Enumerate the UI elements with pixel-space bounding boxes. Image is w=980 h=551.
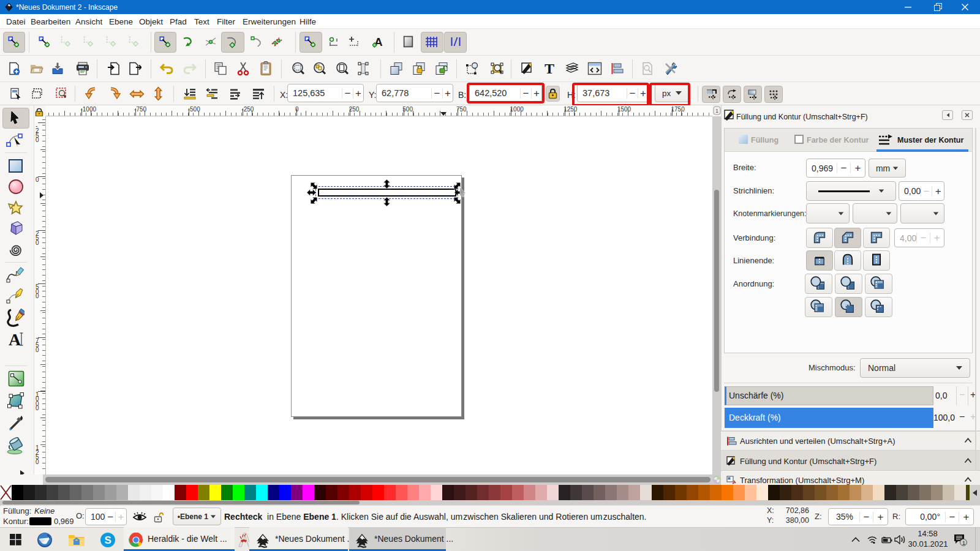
svg-text:1: 1 bbox=[962, 540, 965, 546]
svg-text:T: T bbox=[545, 61, 554, 75]
svg-text:1: 1 bbox=[715, 108, 718, 114]
svg-text:S: S bbox=[105, 534, 111, 546]
svg-text:A: A bbox=[9, 331, 21, 348]
